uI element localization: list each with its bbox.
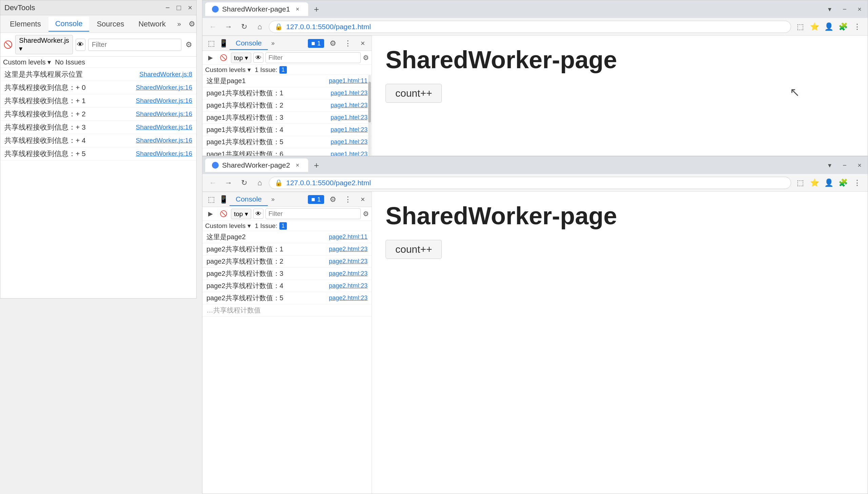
filter-input[interactable]: [88, 39, 181, 51]
emb-tab-more-1[interactable]: »: [268, 38, 278, 49]
tab-close-2[interactable]: ×: [293, 161, 301, 169]
forward-btn-1[interactable]: →: [222, 20, 235, 33]
emb-log-area-2[interactable]: 这里是page2 page2.html:11 page2共享线程计数值：1 pa…: [202, 231, 372, 494]
emb-gear-btn-1[interactable]: ⚙: [363, 54, 369, 62]
emb-log-source-2-0[interactable]: page2.html:11: [329, 233, 368, 241]
address-input-2[interactable]: 🔒 127.0.0.1:5500/page2.html: [269, 177, 791, 189]
emb-play-btn-2[interactable]: ▶: [205, 208, 216, 219]
emb-custom-levels-btn-2[interactable]: Custom levels ▾: [205, 222, 251, 230]
emb-play-btn-1[interactable]: ▶: [205, 52, 216, 63]
extensions-btn-1[interactable]: 🧩: [836, 20, 849, 33]
emb-more-btn-2[interactable]: ⋮: [342, 193, 354, 206]
count-btn-1[interactable]: count++: [386, 84, 442, 103]
emb-log-source-2-2[interactable]: page2.html:23: [329, 258, 368, 265]
scroll-indicator-1[interactable]: [368, 75, 371, 156]
clear-console-btn[interactable]: 🚫: [3, 39, 13, 51]
console-gear-btn[interactable]: ⚙: [184, 39, 194, 51]
tab-sources[interactable]: Sources: [90, 17, 131, 31]
custom-levels-btn[interactable]: Custom levels ▾: [3, 58, 51, 66]
emb-settings-btn-1[interactable]: ⚙: [327, 37, 339, 50]
emb-inspect-btn-2[interactable]: ⬚: [205, 193, 217, 206]
more-btn-2[interactable]: ⋮: [851, 176, 864, 189]
emb-gear-btn-2[interactable]: ⚙: [363, 210, 369, 218]
tab-more-btn[interactable]: »: [173, 17, 185, 31]
win-chevron-down-2[interactable]: ▾: [824, 160, 835, 171]
browser2-tab[interactable]: SharedWorker-page2 ×: [205, 158, 308, 172]
screenshot-btn-1[interactable]: ⬚: [794, 20, 807, 33]
emb-device-btn-1[interactable]: 📱: [217, 37, 230, 50]
tab-elements[interactable]: Elements: [3, 17, 48, 31]
account-btn-1[interactable]: 👤: [822, 20, 835, 33]
emb-inspect-btn-1[interactable]: ⬚: [205, 37, 217, 50]
eye-btn[interactable]: 👁: [76, 39, 85, 51]
new-tab-btn-2[interactable]: +: [310, 158, 323, 172]
win-close-1[interactable]: ×: [854, 4, 865, 15]
emb-device-btn-2[interactable]: 📱: [217, 193, 230, 206]
count-btn-2[interactable]: count++: [386, 240, 442, 259]
settings-btn[interactable]: ⚙: [186, 18, 198, 30]
win-minus-1[interactable]: −: [839, 4, 850, 15]
emb-log-source-1-0[interactable]: page1.html:11: [329, 77, 368, 84]
log-source-2[interactable]: SharedWorker.js:16: [136, 97, 192, 104]
emb-log-area-1[interactable]: 这里是page1 page1.html:11 page1共享线程计数值：1 pa…: [202, 75, 372, 156]
console-log-area[interactable]: 这里是共享线程展示位置 SharedWorker.js:8 共享线程接收到信息：…: [0, 68, 196, 298]
address-input-1[interactable]: 🔒 127.0.0.1:5500/page1.html: [269, 21, 791, 33]
win-minus-2[interactable]: −: [839, 160, 850, 171]
screenshot-btn-2[interactable]: ⬚: [794, 176, 807, 189]
emb-log-source-2-4[interactable]: page2.html:23: [329, 282, 368, 289]
emb-custom-levels-btn-1[interactable]: Custom levels ▾: [205, 66, 251, 74]
bookmark-btn-2[interactable]: ⭐: [808, 176, 821, 189]
emb-log-source-2-5[interactable]: page2.html:23: [329, 294, 368, 302]
log-source-5[interactable]: SharedWorker.js:16: [136, 137, 192, 144]
minimize-btn[interactable]: −: [165, 3, 170, 12]
emb-block-btn-2[interactable]: 🚫: [218, 208, 229, 219]
win-close-2[interactable]: ×: [854, 160, 865, 171]
emb-log-source-1-3[interactable]: page1.htel:23: [331, 114, 368, 121]
emb-log-source-1-5[interactable]: page1.htel:23: [331, 138, 368, 146]
emb-tab-more-2[interactable]: »: [268, 194, 278, 205]
emb-log-source-2-1[interactable]: page2.html:23: [329, 246, 368, 253]
home-btn-1[interactable]: ⌂: [253, 20, 266, 33]
emb-context-select-2[interactable]: top ▾: [231, 209, 251, 219]
reload-btn-1[interactable]: ↻: [238, 20, 251, 33]
emb-filter-input-2[interactable]: [265, 208, 361, 219]
emb-tab-console-2[interactable]: Console: [230, 193, 268, 206]
extensions-btn-2[interactable]: 🧩: [836, 176, 849, 189]
tab-close-1[interactable]: ×: [293, 5, 301, 13]
home-btn-2[interactable]: ⌂: [253, 176, 266, 189]
back-btn-1[interactable]: ←: [206, 20, 219, 33]
emb-eye-btn-2[interactable]: 👁: [253, 209, 263, 219]
reload-btn-2[interactable]: ↻: [238, 176, 251, 189]
bookmark-btn-1[interactable]: ⭐: [808, 20, 821, 33]
log-source-3[interactable]: SharedWorker.js:16: [136, 110, 192, 118]
emb-block-btn-1[interactable]: 🚫: [218, 52, 229, 63]
forward-btn-2[interactable]: →: [222, 176, 235, 189]
new-tab-btn-1[interactable]: +: [310, 2, 323, 16]
emb-log-source-1-6[interactable]: page1.htel:23: [331, 151, 368, 156]
account-btn-2[interactable]: 👤: [822, 176, 835, 189]
emb-more-btn-1[interactable]: ⋮: [342, 37, 354, 50]
emb-settings-btn-2[interactable]: ⚙: [327, 193, 339, 206]
win-chevron-down-1[interactable]: ▾: [824, 4, 835, 15]
emb-log-source-2-3[interactable]: page2.html:23: [329, 270, 368, 277]
emb-eye-btn-1[interactable]: 👁: [253, 53, 263, 63]
close-btn[interactable]: ×: [188, 3, 192, 12]
log-source-4[interactable]: SharedWorker.js:16: [136, 124, 192, 131]
emb-close-btn-1[interactable]: ×: [357, 37, 369, 50]
back-btn-2[interactable]: ←: [206, 176, 219, 189]
emb-context-select-1[interactable]: top ▾: [231, 53, 251, 63]
emb-filter-input-1[interactable]: [265, 52, 361, 63]
maximize-btn[interactable]: □: [177, 3, 181, 12]
tab-console[interactable]: Console: [48, 17, 90, 32]
tab-network[interactable]: Network: [132, 17, 173, 31]
emb-log-source-1-2[interactable]: page1.htel:23: [331, 102, 368, 109]
log-source-0[interactable]: SharedWorker.js:8: [139, 71, 192, 78]
emb-tab-console-1[interactable]: Console: [230, 37, 268, 50]
emb-close-btn-2[interactable]: ×: [357, 193, 369, 206]
js-context-select[interactable]: SharedWorker.js ▾: [15, 35, 73, 54]
emb-log-source-1-1[interactable]: page1.htel:23: [331, 90, 368, 97]
emb-log-source-1-4[interactable]: page1.htel:23: [331, 126, 368, 133]
browser1-tab[interactable]: SharedWorker-page1 ×: [205, 2, 308, 16]
log-source-1[interactable]: SharedWorker.js:16: [136, 84, 192, 91]
more-btn-1[interactable]: ⋮: [851, 20, 864, 33]
